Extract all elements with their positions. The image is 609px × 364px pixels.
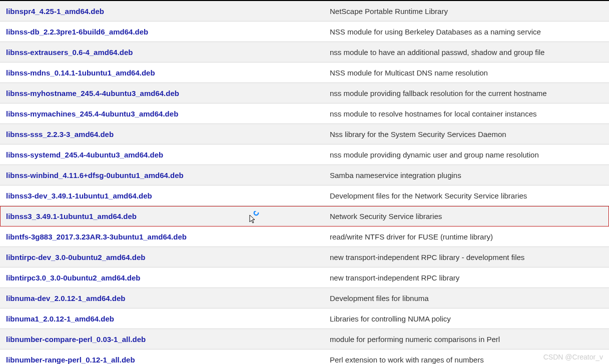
package-description: nss module providing fallback resolution… bbox=[325, 84, 609, 102]
package-name-cell: libnss-myhostname_245.4-4ubuntu3_amd64.d… bbox=[0, 84, 325, 102]
package-description: new transport-independent RPC library - … bbox=[325, 248, 609, 266]
table-row: libntfs-3g883_2017.3.23AR.3-3ubuntu1_amd… bbox=[0, 226, 609, 247]
package-link[interactable]: libnspr4_4.25-1_amd64.deb bbox=[6, 7, 104, 16]
package-table: libnspr4_4.25-1_amd64.debNetScape Portab… bbox=[0, 1, 609, 364]
package-description: NetScape Portable Runtime Library bbox=[325, 2, 609, 20]
table-row: libntirpc-dev_3.0-0ubuntu2_amd64.debnew … bbox=[0, 247, 609, 268]
package-link[interactable]: libnss-extrausers_0.6-4_amd64.deb bbox=[6, 48, 133, 56]
package-description: nss module to have an additional passwd,… bbox=[325, 43, 609, 62]
package-description: read/write NTFS driver for FUSE (runtime… bbox=[325, 228, 609, 246]
table-row: libntirpc3.0_3.0-0ubuntu2_amd64.debnew t… bbox=[0, 268, 609, 288]
package-name-cell: libnumber-range-perl_0.12-1_all.deb bbox=[0, 350, 325, 364]
package-name-cell: libnumber-compare-perl_0.03-1_all.deb bbox=[0, 330, 325, 348]
package-link[interactable]: libnss-sss_2.2.3-3_amd64.deb bbox=[6, 130, 114, 138]
table-row: libnss-systemd_245.4-4ubuntu3_amd64.debn… bbox=[0, 144, 609, 165]
table-row: libnss-myhostname_245.4-4ubuntu3_amd64.d… bbox=[0, 83, 609, 104]
table-row: libnumber-compare-perl_0.03-1_all.debmod… bbox=[0, 329, 609, 350]
table-row: libnss3_3.49.1-1ubuntu1_amd64.debNetwork… bbox=[0, 206, 609, 226]
package-name-cell: libnss-mdns_0.14.1-1ubuntu1_amd64.deb bbox=[0, 64, 325, 82]
package-name-cell: libnss-extrausers_0.6-4_amd64.deb bbox=[0, 43, 325, 62]
package-name-cell: libntirpc3.0_3.0-0ubuntu2_amd64.deb bbox=[0, 268, 325, 287]
table-row: libnss-db_2.2.3pre1-6build6_amd64.debNSS… bbox=[0, 22, 609, 42]
package-link[interactable]: libnumber-compare-perl_0.03-1_all.deb bbox=[6, 335, 146, 344]
package-name-cell: libnss-systemd_245.4-4ubuntu3_amd64.deb bbox=[0, 146, 325, 164]
package-link[interactable]: libnss-mymachines_245.4-4ubuntu3_amd64.d… bbox=[6, 110, 178, 118]
package-link[interactable]: libnss-mdns_0.14.1-1ubuntu1_amd64.deb bbox=[6, 68, 155, 77]
table-row: libnss-sss_2.2.3-3_amd64.debNss library … bbox=[0, 124, 609, 144]
package-description: Nss library for the System Security Serv… bbox=[325, 125, 609, 144]
package-name-cell: libnss3-dev_3.49.1-1ubuntu1_amd64.deb bbox=[0, 186, 325, 205]
package-description: nss module to resolve hostnames for loca… bbox=[325, 104, 609, 123]
table-row: libnspr4_4.25-1_amd64.debNetScape Portab… bbox=[0, 1, 609, 22]
package-link[interactable]: libnss3_3.49.1-1ubuntu1_amd64.deb bbox=[6, 212, 137, 220]
package-link[interactable]: libnss-winbind_4.11.6+dfsg-0ubuntu1_amd6… bbox=[6, 171, 184, 180]
package-description: nss module providing dynamic user and gr… bbox=[325, 146, 609, 164]
package-description: Samba nameservice integration plugins bbox=[325, 166, 609, 184]
package-link[interactable]: libntfs-3g883_2017.3.23AR.3-3ubuntu1_amd… bbox=[6, 232, 187, 241]
package-name-cell: libnuma1_2.0.12-1_amd64.deb bbox=[0, 310, 325, 328]
package-link[interactable]: libnuma1_2.0.12-1_amd64.deb bbox=[6, 314, 114, 323]
table-row: libnuma-dev_2.0.12-1_amd64.debDevelopmen… bbox=[0, 288, 609, 308]
package-name-cell: libnss-winbind_4.11.6+dfsg-0ubuntu1_amd6… bbox=[0, 166, 325, 184]
package-link[interactable]: libnuma-dev_2.0.12-1_amd64.deb bbox=[6, 294, 125, 302]
table-row: libnuma1_2.0.12-1_amd64.debLibraries for… bbox=[0, 308, 609, 329]
package-link[interactable]: libnss-systemd_245.4-4ubuntu3_amd64.deb bbox=[6, 150, 163, 159]
package-description: Network Security Service libraries bbox=[325, 207, 609, 226]
table-row: libnss-extrausers_0.6-4_amd64.debnss mod… bbox=[0, 42, 609, 62]
package-name-cell: libntfs-3g883_2017.3.23AR.3-3ubuntu1_amd… bbox=[0, 228, 325, 246]
package-description: Libraries for controlling NUMA policy bbox=[325, 310, 609, 328]
package-description: Perl extension to work with ranges of nu… bbox=[325, 350, 609, 364]
package-link[interactable]: libntirpc3.0_3.0-0ubuntu2_amd64.deb bbox=[6, 274, 140, 282]
package-link[interactable]: libnss-db_2.2.3pre1-6build6_amd64.deb bbox=[6, 28, 148, 36]
table-row: libnumber-range-perl_0.12-1_all.debPerl … bbox=[0, 350, 609, 364]
package-name-cell: libntirpc-dev_3.0-0ubuntu2_amd64.deb bbox=[0, 248, 325, 266]
package-description: new transport-independent RPC library bbox=[325, 268, 609, 287]
package-link[interactable]: libnumber-range-perl_0.12-1_all.deb bbox=[6, 356, 135, 364]
table-row: libnss3-dev_3.49.1-1ubuntu1_amd64.debDev… bbox=[0, 186, 609, 206]
table-row: libnss-winbind_4.11.6+dfsg-0ubuntu1_amd6… bbox=[0, 165, 609, 186]
package-name-cell: libnss-db_2.2.3pre1-6build6_amd64.deb bbox=[0, 22, 325, 41]
table-row: libnss-mdns_0.14.1-1ubuntu1_amd64.debNSS… bbox=[0, 62, 609, 83]
package-name-cell: libnss3_3.49.1-1ubuntu1_amd64.deb bbox=[0, 207, 325, 226]
package-name-cell: libnss-mymachines_245.4-4ubuntu3_amd64.d… bbox=[0, 104, 325, 123]
package-link[interactable]: libntirpc-dev_3.0-0ubuntu2_amd64.deb bbox=[6, 253, 145, 262]
table-row: libnss-mymachines_245.4-4ubuntu3_amd64.d… bbox=[0, 104, 609, 124]
package-description: NSS module for Multicast DNS name resolu… bbox=[325, 64, 609, 82]
package-description: Development files for libnuma bbox=[325, 289, 609, 308]
package-link[interactable]: libnss3-dev_3.49.1-1ubuntu1_amd64.deb bbox=[6, 192, 152, 200]
package-description: NSS module for using Berkeley Databases … bbox=[325, 22, 609, 41]
package-name-cell: libnuma-dev_2.0.12-1_amd64.deb bbox=[0, 289, 325, 308]
package-description: module for performing numeric comparison… bbox=[325, 330, 609, 348]
package-name-cell: libnss-sss_2.2.3-3_amd64.deb bbox=[0, 125, 325, 144]
package-description: Development files for the Network Securi… bbox=[325, 186, 609, 205]
package-link[interactable]: libnss-myhostname_245.4-4ubuntu3_amd64.d… bbox=[6, 89, 179, 98]
package-name-cell: libnspr4_4.25-1_amd64.deb bbox=[0, 2, 325, 20]
